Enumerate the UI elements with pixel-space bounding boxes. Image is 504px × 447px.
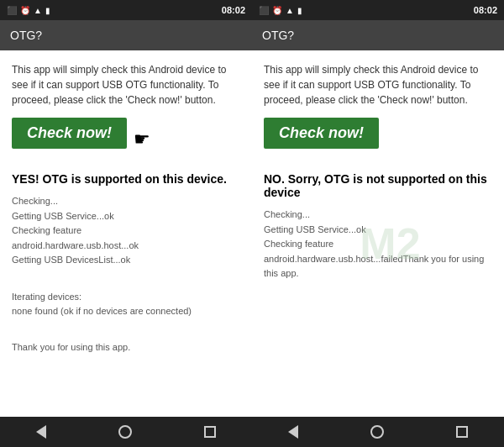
thankyou-text-left bbox=[12, 326, 240, 341]
back-button-left[interactable] bbox=[36, 425, 46, 439]
log-section-right: Checking... Getting USB Service...ok Che… bbox=[264, 208, 492, 281]
button-row-left: Check now! ☛ bbox=[12, 118, 240, 160]
description-right: This app will simply check this Android … bbox=[264, 62, 492, 108]
status-time-right: 08:02 bbox=[474, 5, 497, 15]
battery-icon: ▮ bbox=[45, 6, 50, 15]
app-bar-left: OTG? bbox=[0, 20, 252, 50]
status-icons-left: ⬛ ⏰ ▲ ▮ bbox=[7, 6, 50, 15]
home-button-right[interactable] bbox=[370, 425, 384, 439]
right-phone-panel: ⬛ ⏰ ▲ ▮ 08:02 OTG? M2 This app will simp… bbox=[252, 0, 504, 447]
wifi-icon: ▲ bbox=[34, 6, 42, 15]
content-left: This app will simply check this Android … bbox=[0, 50, 252, 417]
status-time-area-right: 08:02 bbox=[474, 5, 497, 15]
status-time-area-left: 08:02 bbox=[222, 5, 245, 15]
log-line-0-right: Checking... bbox=[264, 208, 492, 223]
result-text-left: YES! OTG is supported on this device. bbox=[12, 172, 240, 186]
iterating-label-left bbox=[12, 275, 240, 290]
log-line-3-left: android.hardware.usb.host...ok bbox=[12, 239, 240, 254]
status-bar-right: ⬛ ⏰ ▲ ▮ 08:02 bbox=[252, 0, 504, 20]
nav-bar-right bbox=[252, 417, 504, 447]
hand-icon-left: ☛ bbox=[134, 129, 150, 150]
recents-button-right[interactable] bbox=[456, 426, 468, 438]
battery-icon-right: ▮ bbox=[297, 6, 302, 15]
log-line-1-left: Getting USB Service...ok bbox=[12, 209, 240, 224]
left-phone-panel: ⬛ ⏰ ▲ ▮ 08:02 OTG? This app will simply … bbox=[0, 0, 252, 447]
home-button-left[interactable] bbox=[118, 425, 132, 439]
log-line-2-right: Checking feature bbox=[264, 237, 492, 252]
nav-bar-left bbox=[0, 417, 252, 447]
log-line-0-left: Checking... bbox=[12, 194, 240, 209]
app-title-right: OTG? bbox=[262, 29, 294, 42]
clock-icon-right: ⏰ bbox=[272, 6, 282, 15]
log-line-2-left: Checking feature bbox=[12, 224, 240, 239]
log-section-left: Checking... Getting USB Service...ok Che… bbox=[12, 194, 240, 268]
check-now-button-left[interactable]: Check now! bbox=[12, 118, 127, 149]
check-now-button-right[interactable]: Check now! bbox=[264, 118, 379, 149]
status-time-left: 08:02 bbox=[222, 5, 245, 15]
iterating-section-left: Iterating devices: none found (ok if no … bbox=[12, 275, 240, 319]
status-icons-right: ⬛ ⏰ ▲ ▮ bbox=[259, 6, 302, 15]
thankyou-left: Thank you for using this app. bbox=[12, 340, 240, 355]
button-row-right: Check now! bbox=[264, 118, 492, 160]
app-bar-right: OTG? bbox=[252, 20, 504, 50]
content-right: M2 This app will simply check this Andro… bbox=[252, 50, 504, 417]
log-line-1-right: Getting USB Service...ok bbox=[264, 223, 492, 238]
log-line-4-left: Getting USB DevicesList...ok bbox=[12, 253, 240, 268]
description-left: This app will simply check this Android … bbox=[12, 62, 240, 108]
app-title-left: OTG? bbox=[10, 29, 42, 42]
iterating-detail-left: none found (ok if no devices are connect… bbox=[12, 304, 240, 319]
iterating-header-left: Iterating devices: bbox=[12, 290, 240, 305]
recents-button-left[interactable] bbox=[204, 426, 216, 438]
cast-icon-right: ⬛ bbox=[259, 6, 269, 15]
log-line-3-right: android.hardware.usb.host...failedThank … bbox=[264, 252, 492, 281]
cast-icon: ⬛ bbox=[7, 6, 17, 15]
clock-icon: ⏰ bbox=[20, 6, 30, 15]
result-text-right: NO. Sorry, OTG is not supported on this … bbox=[264, 172, 492, 199]
wifi-icon-right: ▲ bbox=[286, 6, 294, 15]
back-button-right[interactable] bbox=[288, 425, 298, 439]
status-bar-left: ⬛ ⏰ ▲ ▮ 08:02 bbox=[0, 0, 252, 20]
thankyou-section-left: Thank you for using this app. bbox=[12, 326, 240, 355]
